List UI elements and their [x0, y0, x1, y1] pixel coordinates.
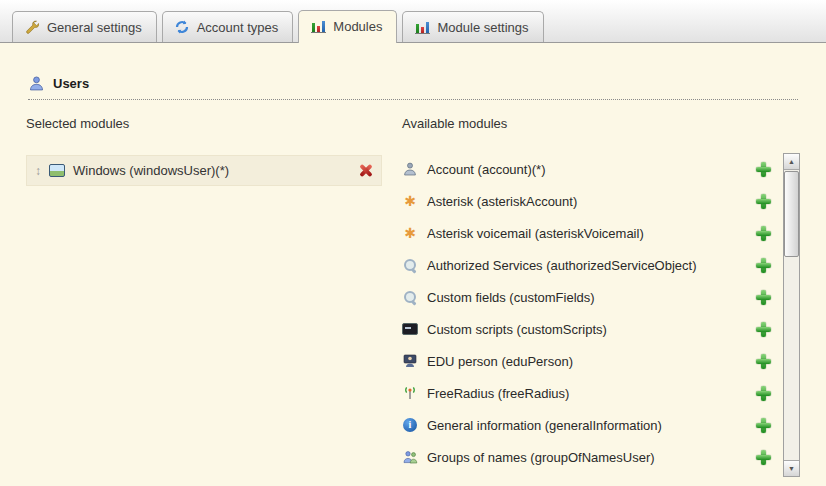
available-module-label: Custom fields (customFields) [427, 290, 595, 305]
tab-module-settings[interactable]: Module settings [402, 11, 543, 42]
scrollbar: ▲ ▼ [783, 153, 800, 477]
available-module-row: ✱ Asterisk (asteriskAccount) [402, 185, 779, 217]
scrollbar-thumb[interactable] [784, 171, 799, 257]
magnifier-icon [402, 289, 418, 305]
add-module-button[interactable] [756, 194, 771, 209]
tab-bar: General settings Account types Modules M… [0, 0, 826, 42]
available-modules-list: Account (account)(*) ✱ Asterisk (asteris… [402, 153, 779, 477]
section-title: Users [53, 76, 89, 91]
scroll-down-button[interactable]: ▼ [784, 460, 799, 476]
available-module-row: ✱ Asterisk voicemail (asteriskVoicemail) [402, 217, 779, 249]
available-module-label: Asterisk voicemail (asteriskVoicemail) [427, 226, 644, 241]
selected-module-row[interactable]: ↕ Windows (windowsUser)(*) [26, 155, 382, 186]
tab-account-types[interactable]: Account types [162, 11, 294, 42]
drag-handle-icon[interactable]: ↕ [35, 164, 41, 178]
available-module-label: Groups of names (groupOfNamesUser) [427, 450, 655, 465]
available-module-row: Account (account)(*) [402, 153, 779, 185]
account-icon [402, 161, 418, 177]
available-module-row: Groups of names (groupOfNamesUser) [402, 441, 779, 473]
add-module-button[interactable] [756, 354, 771, 369]
scrollbar-track[interactable] [784, 170, 799, 460]
selected-modules-heading: Selected modules [26, 116, 382, 131]
tab-label: Account types [197, 20, 279, 35]
antenna-icon [402, 385, 418, 401]
group-icon [402, 449, 418, 465]
user-icon [28, 75, 44, 91]
add-module-button[interactable] [756, 322, 771, 337]
remove-module-button[interactable] [358, 163, 373, 178]
modules-panel: Users Selected modules ↕ Windows (window… [0, 42, 826, 486]
available-module-label: Authorized Services (authorizedServiceOb… [427, 258, 697, 273]
available-module-label: FreeRadius (freeRadius) [427, 386, 569, 401]
asterisk-voicemail-icon: ✱ [402, 225, 418, 241]
available-module-label: General information (generalInformation) [427, 418, 662, 433]
magnifier-icon [402, 257, 418, 273]
tab-label: Module settings [437, 20, 528, 35]
add-module-button[interactable] [756, 386, 771, 401]
available-module-label: EDU person (eduPerson) [427, 354, 573, 369]
chart-icon [310, 18, 326, 34]
add-module-button[interactable] [756, 290, 771, 305]
add-module-button[interactable] [756, 258, 771, 273]
selected-module-label: Windows (windowsUser)(*) [73, 163, 229, 178]
available-modules-heading: Available modules [402, 116, 800, 131]
available-module-row: Custom scripts (customScripts) [402, 313, 779, 345]
available-module-label: Custom scripts (customScripts) [427, 322, 607, 337]
available-module-row: FreeRadius (freeRadius) [402, 377, 779, 409]
refresh-icon [174, 19, 190, 35]
available-module-row: Authorized Services (authorizedServiceOb… [402, 249, 779, 281]
available-module-label: Asterisk (asteriskAccount) [427, 194, 577, 209]
add-module-button[interactable] [756, 418, 771, 433]
available-module-row: EDU person (eduPerson) [402, 345, 779, 377]
available-module-row: i General information (generalInformatio… [402, 409, 779, 441]
tab-modules[interactable]: Modules [298, 10, 397, 43]
available-module-row: Custom fields (customFields) [402, 281, 779, 313]
add-module-button[interactable] [756, 226, 771, 241]
tab-label: Modules [333, 19, 382, 34]
scroll-up-button[interactable]: ▲ [784, 154, 799, 170]
selected-modules-list: ↕ Windows (windowsUser)(*) [26, 155, 382, 186]
chart-icon [414, 19, 430, 35]
edu-person-icon [402, 353, 418, 369]
tab-label: General settings [47, 20, 142, 35]
asterisk-icon: ✱ [402, 193, 418, 209]
info-icon: i [402, 417, 418, 433]
windows-module-icon [49, 163, 65, 179]
terminal-icon [402, 321, 418, 337]
available-module-label: Account (account)(*) [427, 162, 546, 177]
add-module-button[interactable] [756, 162, 771, 177]
add-module-button[interactable] [756, 450, 771, 465]
tools-icon [24, 19, 40, 35]
tab-general-settings[interactable]: General settings [12, 11, 157, 42]
users-section-header: Users [28, 75, 798, 100]
